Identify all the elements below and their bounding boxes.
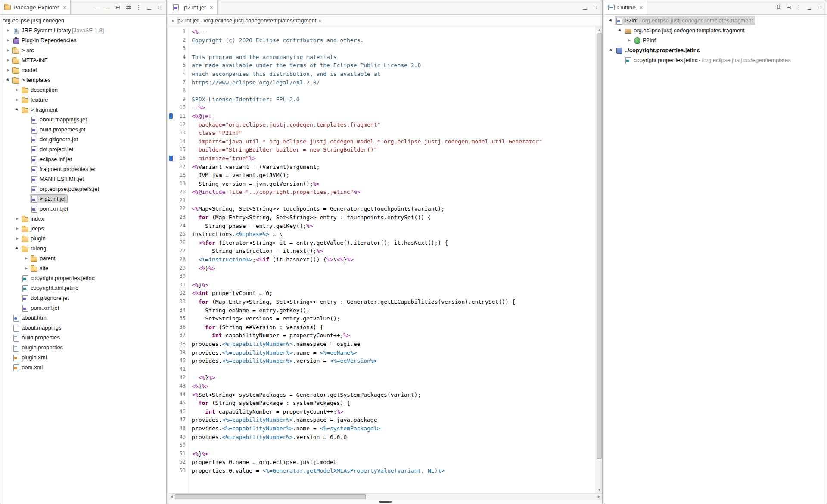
tree-item-build.properties[interactable]: build.properties (0, 333, 166, 342)
tab-package-explorer[interactable]: Package Explorer × (0, 0, 71, 14)
code-line-47[interactable]: provides.<%=capabilityNumber%>.namespace… (192, 416, 596, 424)
scrollbar-thumb[interactable] (175, 494, 366, 499)
close-icon[interactable]: × (640, 4, 643, 11)
close-icon[interactable]: × (63, 4, 67, 11)
expand-arrow-icon[interactable]: ▶ (5, 45, 12, 55)
tree-item-..-copyright.properties.jetinc[interactable]: ▶../copyright.properties.jetinc (604, 45, 827, 55)
code-line-39[interactable]: provides.<%=capabilityNumber%>.name = <%… (192, 348, 596, 357)
code-line-34[interactable]: String eeName = entry.getKey(); (192, 306, 596, 315)
code-line-42[interactable]: <%}%> (192, 373, 596, 382)
code-line-32[interactable]: <%int propertyCount = 0; (192, 289, 596, 298)
code-line-28[interactable]: <%=instruction%>;<%if (it.hasNext()) {%>… (192, 255, 596, 264)
code-line-50[interactable] (192, 441, 596, 450)
minimize-icon[interactable]: ▁ (805, 3, 814, 12)
code-line-36[interactable]: for (String eeVersion : versions) { (192, 323, 596, 332)
tree-item-jdeps[interactable]: ▶jdeps (0, 224, 166, 233)
scrollbar-thumb[interactable] (597, 33, 602, 459)
expand-arrow-icon[interactable]: ▶ (5, 65, 12, 75)
code-line-44[interactable]: <%Set<String> systemPackages = Generator… (192, 391, 596, 399)
code-line-11[interactable]: <%@jet (192, 112, 596, 121)
code-line-52[interactable]: properties.0.name = org.eclipse.justj.mo… (192, 458, 596, 467)
tree-item-model[interactable]: ▶model (0, 65, 166, 75)
code-line-25[interactable]: instructions.<%=phase%> = \ (192, 230, 596, 239)
maximize-icon[interactable]: □ (815, 3, 824, 12)
tree-item-copyright.properties.jetinc[interactable]: copyright.properties.jetinc (0, 273, 166, 283)
code-line-48[interactable]: provides.<%=capabilityNumber%>.name = <%… (192, 424, 596, 433)
tree-item-meta-inf[interactable]: ▶META-INF (0, 55, 166, 65)
tree-item-p2inf[interactable]: ▶P2Inf (604, 35, 827, 45)
collapse-all-icon[interactable]: ⊟ (784, 3, 793, 12)
tree-item-plugin.properties[interactable]: plugin.properties (0, 342, 166, 352)
maximize-icon[interactable]: □ (155, 3, 164, 12)
code-line-13[interactable]: class="P2Inf" (192, 129, 596, 137)
code-line-35[interactable]: Set<String> versions = entry.getValue(); (192, 314, 596, 323)
code-line-7[interactable]: https://www.eclipse.org/legal/epl-2.0/ (192, 78, 596, 87)
tree-item-pom.xml[interactable]: pom.xml (0, 362, 166, 372)
chevron-right-icon[interactable]: ▸ (319, 18, 321, 23)
horizontal-scrollbar[interactable]: ◀ ▶ (168, 493, 602, 500)
tree-item-manifest.mf.jet[interactable]: MANIFEST.MF.jet (0, 174, 166, 184)
collapse-all-icon[interactable]: ⊟ (113, 3, 123, 12)
tree-item-about.mappings.jet[interactable]: about.mappings.jet (0, 115, 166, 124)
code-line-37[interactable]: int capabilityNumber = propertyCount++;%… (192, 331, 596, 340)
back-icon[interactable]: ← (93, 3, 102, 12)
tree-item-about.mappings[interactable]: about.mappings (0, 323, 166, 333)
tree-item-dot.gitignore.jet[interactable]: dot.gitignore.jet (0, 134, 166, 144)
minimize-icon[interactable]: ▁ (144, 3, 154, 12)
code-line-43[interactable]: <%}%> (192, 382, 596, 391)
expand-arrow-icon[interactable]: ▶ (23, 263, 30, 273)
tree-item-copyright.properties.jetinc[interactable]: copyright.properties.jetinc - /org.eclip… (604, 55, 827, 65)
scroll-left-icon[interactable]: ◀ (168, 494, 175, 500)
chevron-right-icon[interactable]: ▸ (172, 18, 174, 23)
expand-arrow-icon[interactable]: ▶ (14, 85, 21, 95)
tree-item-jre-system-library[interactable]: ▶JRE System Library [JavaSE-1.8] (0, 25, 166, 35)
tree-item-parent[interactable]: ▶parent (0, 253, 166, 263)
expand-arrow-icon[interactable]: ▶ (5, 25, 12, 35)
tree-item-plugin.xml[interactable]: plugin.xml (0, 352, 166, 362)
code-line-45[interactable]: for (String systemPackage : systemPackag… (192, 399, 596, 408)
code-line-26[interactable]: <%for (Iterator<String> it = entry.getVa… (192, 239, 596, 247)
expand-arrow-icon[interactable]: ▶ (5, 55, 12, 65)
code-line-19[interactable]: String version = jvm.getVersion();%> (192, 180, 596, 188)
scroll-down-icon[interactable]: ▼ (596, 487, 602, 493)
code-line-46[interactable]: int capabilityNumber = propertyCount++;%… (192, 408, 596, 416)
code-line-21[interactable] (192, 196, 596, 205)
code-line-4[interactable]: This program and the accompanying materi… (192, 53, 596, 62)
tree-item-about.html[interactable]: about.html (0, 313, 166, 323)
code-line-16[interactable]: minimize="true"%> (192, 154, 596, 163)
tree-item-feature[interactable]: ▶feature (0, 95, 166, 105)
code-line-30[interactable] (192, 272, 596, 281)
minimize-icon[interactable]: ▁ (580, 3, 590, 12)
tree-item-plugin[interactable]: ▶plugin (0, 233, 166, 243)
code-line-31[interactable]: <%}%> (192, 281, 596, 289)
expand-arrow-icon[interactable]: ▶ (14, 214, 21, 224)
code-line-1[interactable]: <%-- (192, 28, 596, 36)
code-line-12[interactable]: package="org.eclipse.justj.codegen.templ… (192, 121, 596, 129)
tree-item-pom.xml.jet[interactable]: pom.xml.jet (0, 303, 166, 313)
tree-item-org.eclipse.justj.codegen.templates.fragment[interactable]: ▶org.eclipse.justj.codegen.templates.fra… (604, 25, 827, 35)
tree-item-build.properties.jet[interactable]: build.properties.jet (0, 124, 166, 134)
view-menu-icon[interactable]: ⋮ (794, 3, 804, 12)
sort-icon[interactable]: ⇅ (774, 3, 783, 12)
code-line-23[interactable]: for (Map.Entry<String, Set<String>> entr… (192, 213, 596, 222)
tab-outline[interactable]: Outline × (604, 0, 647, 14)
tree-item-copyright.xml.jetinc[interactable]: copyright.xml.jetinc (0, 283, 166, 293)
code-line-29[interactable]: <%}%> (192, 264, 596, 273)
code-line-41[interactable] (192, 365, 596, 374)
link-with-editor-icon[interactable]: ⇄ (124, 3, 133, 12)
code-line-51[interactable]: <%}%> (192, 450, 596, 458)
tree-item-eclipse.inf.jet[interactable]: eclipse.inf.jet (0, 154, 166, 164)
code-line-5[interactable]: are made available under the terms of th… (192, 61, 596, 70)
tree-item-p2.inf.jet[interactable]: > p2.inf.jet (0, 194, 166, 204)
tree-item-fragment.properties.jet[interactable]: fragment.properties.jet (0, 164, 166, 174)
scroll-right-icon[interactable]: ▶ (596, 494, 602, 500)
expand-arrow-icon[interactable]: ▶ (14, 224, 21, 233)
tree-item-p2inf[interactable]: ▶P2Inf - org.eclipse.justj.codegen.templ… (604, 16, 827, 25)
project-root-item[interactable]: org.eclipse.justj.codegen (0, 16, 166, 25)
scroll-up-icon[interactable]: ▲ (596, 26, 602, 33)
code-line-38[interactable]: provides.<%=capabilityNumber%>.namespace… (192, 340, 596, 348)
code-line-53[interactable]: properties.0.value = <%=Generator.getMod… (192, 467, 596, 475)
code-line-33[interactable]: for (Map.Entry<String, Set<String>> entr… (192, 298, 596, 306)
tree-item-dot.project.jet[interactable]: dot.project.jet (0, 144, 166, 154)
tree-item-index[interactable]: ▶index (0, 214, 166, 224)
